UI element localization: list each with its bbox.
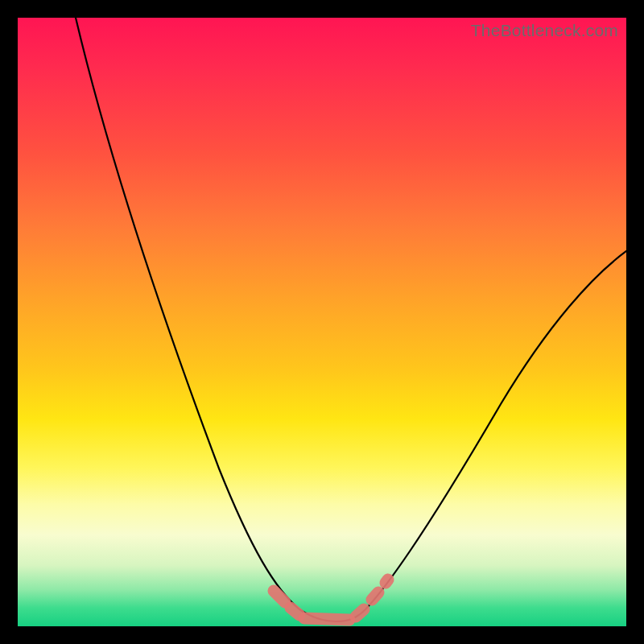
bottleneck-curve: [76, 18, 626, 621]
chart-frame: TheBottleneck.com: [0, 0, 644, 644]
plot-area: TheBottleneck.com: [18, 18, 626, 626]
chart-svg: [18, 18, 626, 626]
optimal-band: [274, 580, 388, 620]
